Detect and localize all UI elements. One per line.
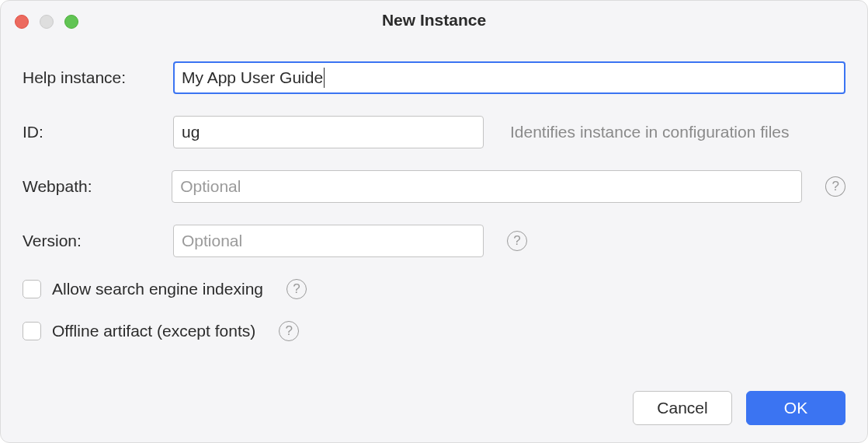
- help-instance-input[interactable]: [173, 61, 845, 94]
- row-offline-artifact: Offline artifact (except fonts) ?: [23, 321, 845, 341]
- help-icon[interactable]: ?: [825, 176, 845, 197]
- window-title: New Instance: [382, 11, 486, 30]
- zoom-icon[interactable]: [64, 15, 78, 29]
- traffic-lights: [15, 15, 78, 29]
- id-hint: Identifies instance in configuration fil…: [510, 123, 790, 141]
- id-input[interactable]: [173, 116, 484, 148]
- row-help-instance: Help instance: My App User Guide: [23, 61, 845, 94]
- minimize-icon: [40, 15, 54, 29]
- webpath-input[interactable]: [172, 170, 802, 203]
- version-input[interactable]: [173, 225, 484, 257]
- row-webpath: Webpath: ?: [23, 170, 845, 203]
- offline-artifact-label: Offline artifact (except fonts): [52, 322, 255, 340]
- id-label: ID:: [23, 123, 162, 141]
- row-version: Version: ?: [23, 225, 845, 257]
- cancel-button[interactable]: Cancel: [633, 391, 732, 425]
- form-body: Help instance: My App User Guide ID: Ide…: [1, 40, 867, 391]
- help-icon[interactable]: ?: [279, 321, 299, 341]
- ok-button[interactable]: OK: [746, 391, 845, 425]
- help-icon[interactable]: ?: [286, 279, 307, 299]
- dialog-window: New Instance Help instance: My App User …: [0, 0, 868, 443]
- close-icon[interactable]: [15, 15, 29, 29]
- help-instance-label: Help instance:: [23, 68, 162, 87]
- allow-indexing-label: Allow search engine indexing: [52, 280, 263, 298]
- row-id: ID: Identifies instance in configuration…: [23, 116, 845, 148]
- version-label: Version:: [23, 232, 162, 250]
- row-allow-indexing: Allow search engine indexing ?: [23, 279, 845, 299]
- allow-indexing-checkbox[interactable]: [23, 280, 41, 298]
- button-bar: Cancel OK: [1, 391, 867, 442]
- help-icon[interactable]: ?: [507, 231, 527, 251]
- offline-artifact-checkbox[interactable]: [23, 322, 41, 340]
- titlebar: New Instance: [1, 1, 867, 40]
- webpath-label: Webpath:: [23, 177, 161, 196]
